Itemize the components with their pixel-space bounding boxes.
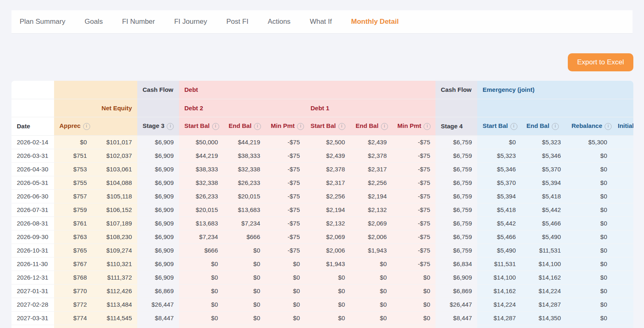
cell-debt1-end-bal: $2,194 bbox=[350, 189, 392, 203]
cell-net-equity-value: $102,037 bbox=[92, 149, 137, 162]
cell-debt2-end-bal: $38,333 bbox=[223, 149, 265, 162]
cell-net-equity-value: $103,061 bbox=[92, 162, 137, 176]
cell-debt2-start-bal: $0 bbox=[179, 271, 223, 284]
table-row-partial bbox=[11, 325, 633, 328]
cell-emergency-start-bal: $5,394 bbox=[477, 189, 521, 203]
cell-initial bbox=[612, 271, 633, 284]
cell-debt1-end-bal: $0 bbox=[350, 284, 392, 298]
cell-emergency-end-bal: $14,224 bbox=[521, 284, 566, 298]
export-to-excel-button[interactable]: Export to Excel bbox=[568, 53, 633, 71]
cell-emergency-end-bal: $5,346 bbox=[521, 149, 566, 162]
cell-rebalance: $0 bbox=[566, 203, 612, 216]
cell-initial bbox=[612, 162, 633, 176]
tab-what-if[interactable]: What If bbox=[310, 18, 332, 26]
cell-debt2-end-bal: $0 bbox=[223, 244, 265, 257]
cell-net-equity-value: $113,484 bbox=[92, 298, 137, 311]
cell-emergency-end-bal: $5,323 bbox=[521, 135, 566, 149]
cell-debt2-min-pmt: -$75 bbox=[265, 216, 305, 230]
cell-stage4 bbox=[435, 325, 477, 328]
cell-stage3: $6,909 bbox=[137, 216, 179, 230]
cell-debt2-start-bal: $32,338 bbox=[179, 176, 223, 189]
cell-stage4: $6,759 bbox=[435, 176, 477, 189]
cell-initial bbox=[612, 244, 633, 257]
info-icon[interactable]: i bbox=[552, 123, 559, 130]
group-header-row-1: Cash Flow Debt Cash Flow Emergency (join… bbox=[11, 81, 633, 99]
tab-actions[interactable]: Actions bbox=[268, 18, 290, 26]
table-row: 2026-10-31$765$109,274$6,909$666$0-$75$2… bbox=[11, 244, 633, 257]
table-row: 2026-03-31$751$102,037$6,909$44,219$38,3… bbox=[11, 149, 633, 162]
emergency-blank-cell bbox=[477, 99, 633, 117]
cell-debt1-min-pmt: $0 bbox=[392, 311, 435, 325]
cell-apprec: $753 bbox=[54, 162, 92, 176]
info-icon[interactable]: i bbox=[605, 123, 612, 130]
cell-initial bbox=[612, 135, 633, 149]
info-icon[interactable]: i bbox=[167, 123, 174, 130]
cell-debt2-start-bal: $20,015 bbox=[179, 203, 223, 216]
cell-stage4: $6,834 bbox=[435, 257, 477, 271]
date-blank-cell bbox=[11, 99, 54, 117]
cell-initial bbox=[612, 189, 633, 203]
info-icon[interactable]: i bbox=[381, 123, 388, 130]
cell-apprec: $757 bbox=[54, 189, 92, 203]
col-header-debt1-min-pmt: Min Pmti bbox=[392, 117, 435, 135]
tab-fi-number[interactable]: FI Number bbox=[122, 18, 155, 26]
cell-stage3: $6,909 bbox=[137, 271, 179, 284]
stage4-blank-cell bbox=[435, 99, 477, 117]
info-icon[interactable]: i bbox=[297, 123, 304, 130]
cell-debt1-end-bal: $0 bbox=[350, 298, 392, 311]
tab-post-fi[interactable]: Post FI bbox=[227, 18, 249, 26]
cell-initial bbox=[612, 149, 633, 162]
tab-plan-summary[interactable]: Plan Summary bbox=[20, 18, 65, 26]
cell-emergency-end-bal: $5,466 bbox=[521, 216, 566, 230]
cell-initial bbox=[612, 203, 633, 216]
cell-initial bbox=[612, 176, 633, 189]
table-row: 2026-11-30$767$110,321$6,909$0$0$0$1,943… bbox=[11, 257, 633, 271]
tab-fi-journey[interactable]: FI Journey bbox=[174, 18, 207, 26]
tab-monthly-detail[interactable]: Monthly Detail bbox=[351, 18, 399, 26]
info-icon[interactable]: i bbox=[83, 123, 90, 130]
cell-rebalance: $0 bbox=[566, 189, 612, 203]
cell-debt2-min-pmt: -$75 bbox=[265, 176, 305, 189]
col-header-emergency-end-bal: End Bali bbox=[521, 117, 566, 135]
cell-emergency-start-bal: $11,531 bbox=[477, 257, 521, 271]
cell-debt2-start-bal: $44,219 bbox=[179, 149, 223, 162]
cell-net-equity-value: $105,118 bbox=[92, 189, 137, 203]
cell-emergency-start-bal: $14,162 bbox=[477, 284, 521, 298]
col-header-initial: Initiali bbox=[612, 117, 633, 135]
cell-debt1-start-bal: $2,194 bbox=[305, 203, 350, 216]
col-header-debt2-start-bal: Start Bali bbox=[179, 117, 223, 135]
cell-debt2-min-pmt: $0 bbox=[265, 311, 305, 325]
cell-debt1-min-pmt bbox=[392, 325, 435, 328]
cell-initial bbox=[612, 230, 633, 244]
cell-debt2-start-bal: $0 bbox=[179, 284, 223, 298]
cell-rebalance: $0 bbox=[566, 271, 612, 284]
cell-date: 2027-02-28 bbox=[11, 298, 54, 311]
cell-emergency-end-bal: $14,100 bbox=[521, 257, 566, 271]
info-icon[interactable]: i bbox=[510, 123, 517, 130]
cell-date: 2026-03-31 bbox=[11, 149, 54, 162]
cell-emergency-start-bal: $5,418 bbox=[477, 203, 521, 216]
cell-stage3: $6,909 bbox=[137, 149, 179, 162]
info-icon[interactable]: i bbox=[338, 123, 345, 130]
debt2-subgroup-label: Debt 2 bbox=[179, 99, 305, 117]
info-icon[interactable]: i bbox=[424, 123, 431, 130]
cell-debt2-start-bal bbox=[179, 325, 223, 328]
cell-debt1-start-bal: $2,069 bbox=[305, 230, 350, 244]
cell-emergency-start-bal: $14,224 bbox=[477, 298, 521, 311]
cell-debt2-end-bal: $32,338 bbox=[223, 162, 265, 176]
cell-debt1-end-bal bbox=[350, 325, 392, 328]
cell-stage3: $6,909 bbox=[137, 203, 179, 216]
info-icon[interactable]: i bbox=[212, 123, 219, 130]
monthly-detail-table: Cash Flow Debt Cash Flow Emergency (join… bbox=[11, 81, 633, 328]
info-icon[interactable]: i bbox=[254, 123, 261, 130]
cell-rebalance: $0 bbox=[566, 311, 612, 325]
table-row: 2026-09-30$763$108,230$6,909$7,234$666-$… bbox=[11, 230, 633, 244]
cell-stage3: $8,447 bbox=[137, 311, 179, 325]
net-equity-subgroup-label: Net Equity bbox=[54, 99, 137, 117]
cell-debt2-min-pmt: $0 bbox=[265, 284, 305, 298]
cell-apprec bbox=[54, 325, 92, 328]
cell-rebalance: $0 bbox=[566, 244, 612, 257]
cell-emergency-end-bal: $5,394 bbox=[521, 176, 566, 189]
cell-debt1-end-bal: $0 bbox=[350, 257, 392, 271]
tab-goals[interactable]: Goals bbox=[84, 18, 102, 26]
